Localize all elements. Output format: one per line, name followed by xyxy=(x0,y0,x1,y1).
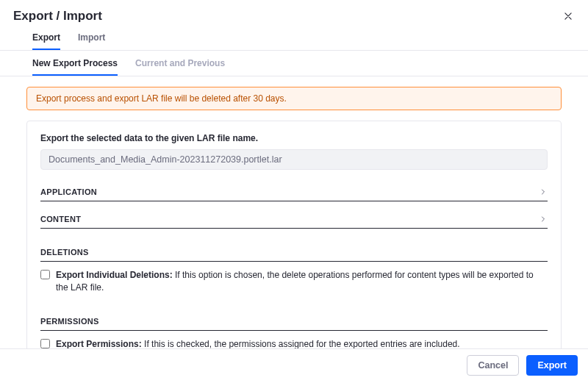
close-icon[interactable] xyxy=(562,10,575,23)
export-permissions-checkbox[interactable] xyxy=(40,339,50,348)
deletions-row: Export Individual Deletions: If this opt… xyxy=(40,262,548,298)
tab-current-and-previous[interactable]: Current and Previous xyxy=(135,55,225,76)
section-content-label: CONTENT xyxy=(40,215,81,223)
secondary-tabs: New Export Process Current and Previous xyxy=(0,51,588,76)
section-deletions-label: DELETIONS xyxy=(40,245,548,262)
deletions-label: Export Individual Deletions: xyxy=(56,270,173,280)
export-button[interactable]: Export xyxy=(526,355,578,376)
section-content[interactable]: CONTENT xyxy=(40,212,548,229)
permissions-label: Export Permissions: xyxy=(56,339,142,349)
chevron-right-icon xyxy=(539,215,548,223)
tab-import[interactable]: Import xyxy=(78,28,105,50)
export-panel: Export the selected data to the given LA… xyxy=(26,121,562,375)
section-permissions-label: PERMISSIONS xyxy=(40,314,548,331)
primary-tabs: Export Import xyxy=(0,28,588,51)
filename-input[interactable] xyxy=(40,149,548,170)
cancel-button[interactable]: Cancel xyxy=(467,355,519,376)
section-application-label: APPLICATION xyxy=(40,187,97,196)
section-application[interactable]: APPLICATION xyxy=(40,185,548,201)
modal-title: Export / Import xyxy=(13,9,102,24)
tab-export[interactable]: Export xyxy=(32,28,60,50)
permissions-desc: If this is checked, the permissions assi… xyxy=(144,339,460,349)
chevron-right-icon xyxy=(539,187,548,196)
export-individual-deletions-checkbox[interactable] xyxy=(40,270,50,279)
alert-warning: Export process and export LAR file will … xyxy=(26,87,562,110)
tab-new-export-process[interactable]: New Export Process xyxy=(32,55,118,76)
footer: Cancel Export xyxy=(0,348,588,383)
panel-intro: Export the selected data to the given LA… xyxy=(40,133,548,143)
